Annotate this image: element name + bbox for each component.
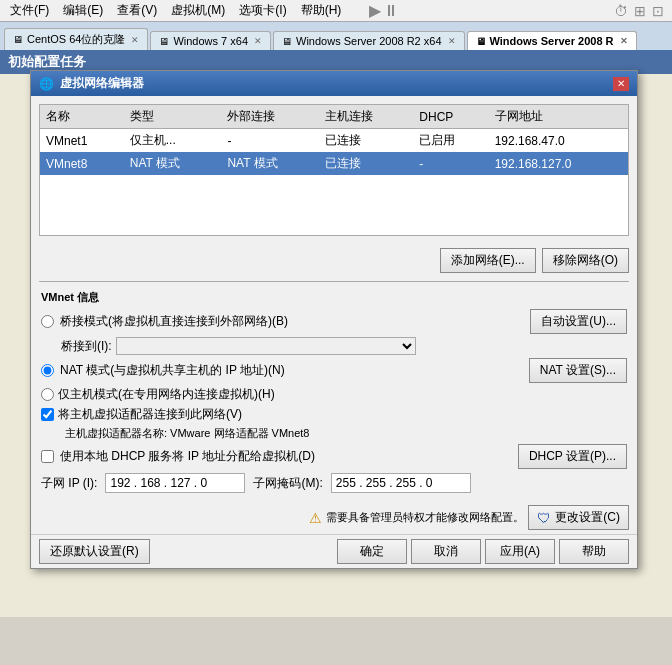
vmnet1-ext: - bbox=[221, 129, 319, 153]
play-icon[interactable]: ▶ bbox=[369, 1, 381, 20]
menu-edit[interactable]: 编辑(E) bbox=[57, 0, 109, 21]
vmnet1-host: 已连接 bbox=[319, 129, 413, 153]
bridge-to-label: 桥接到(I): bbox=[61, 338, 112, 355]
tab-win7-label: Windows 7 x64 bbox=[173, 35, 248, 47]
menu-bar: 文件(F) 编辑(E) 查看(V) 虚拟机(M) 选项卡(I) 帮助(H) ▶ … bbox=[0, 0, 672, 22]
vmnet8-subnet: 192.168.127.0 bbox=[489, 152, 628, 175]
col-header-name: 名称 bbox=[40, 105, 124, 129]
subnet-ip-input[interactable] bbox=[105, 473, 245, 493]
col-header-subnet: 子网地址 bbox=[489, 105, 628, 129]
tab-win2008[interactable]: 🖥 Windows Server 2008 R ✕ bbox=[467, 31, 637, 50]
more-settings-label: 更改设置(C) bbox=[555, 509, 620, 526]
auto-settings-button[interactable]: 自动设置(U)... bbox=[530, 309, 627, 334]
apply-button[interactable]: 应用(A) bbox=[485, 539, 555, 564]
col-header-type: 类型 bbox=[124, 105, 222, 129]
dhcp-checkbox[interactable] bbox=[41, 450, 54, 463]
shield-icon: 🛡 bbox=[537, 510, 551, 526]
subnet-ip-label: 子网 IP (I): bbox=[41, 475, 97, 492]
tab-win2008-close[interactable]: ✕ bbox=[620, 36, 628, 46]
cancel-button[interactable]: 取消 bbox=[411, 539, 481, 564]
menu-help[interactable]: 帮助(H) bbox=[295, 0, 348, 21]
adapter-name-info: 主机虚拟适配器名称: VMware 网络适配器 VMnet8 bbox=[41, 426, 627, 441]
dhcp-row: 使用本地 DHCP 服务将 IP 地址分配给虚拟机(D) DHCP 设置(P).… bbox=[41, 444, 627, 469]
tabs-bar: 🖥 CentOS 64位的克隆 ✕ 🖥 Windows 7 x64 ✕ 🖥 Wi… bbox=[0, 22, 672, 50]
vm-icon-win7: 🖥 bbox=[159, 36, 169, 47]
vmnet-info-section: VMnet 信息 桥接模式(将虚拟机直接连接到外部网络)(B) 自动设置(U).… bbox=[31, 286, 637, 501]
vm-icon-win2008: 🖥 bbox=[476, 36, 486, 47]
bridge-mode-row: 桥接模式(将虚拟机直接连接到外部网络)(B) 自动设置(U)... bbox=[41, 309, 627, 334]
nat-mode-radio[interactable] bbox=[41, 364, 54, 377]
subnet-row: 子网 IP (I): 子网掩码(M): bbox=[41, 473, 627, 493]
dhcp-settings-button[interactable]: DHCP 设置(P)... bbox=[518, 444, 627, 469]
host-only-mode-row: 仅主机模式(在专用网络内连接虚拟机)(H) bbox=[41, 386, 627, 403]
nat-mode-label: NAT 模式(与虚拟机共享主机的 IP 地址)(N) bbox=[60, 362, 285, 379]
vmnet1-type: 仅主机... bbox=[124, 129, 222, 153]
menu-vm[interactable]: 虚拟机(M) bbox=[165, 0, 231, 21]
vmnet1-dhcp: 已启用 bbox=[413, 129, 488, 153]
tab-win7[interactable]: 🖥 Windows 7 x64 ✕ bbox=[150, 31, 271, 50]
table-row[interactable]: VMnet1 仅主机... - 已连接 已启用 192.168.47.0 bbox=[40, 129, 628, 153]
restore-defaults-button[interactable]: 还原默认设置(R) bbox=[39, 539, 150, 564]
menu-view[interactable]: 查看(V) bbox=[111, 0, 163, 21]
host-only-mode-radio[interactable] bbox=[41, 388, 54, 401]
vmnet8-type: NAT 模式 bbox=[124, 152, 222, 175]
col-header-dhcp: DHCP bbox=[413, 105, 488, 129]
tab-centos-close[interactable]: ✕ bbox=[131, 35, 139, 45]
tab-centos[interactable]: 🖥 CentOS 64位的克隆 ✕ bbox=[4, 28, 148, 50]
vmnet8-ext: NAT 模式 bbox=[221, 152, 319, 175]
network-action-buttons: 添加网络(E)... 移除网络(O) bbox=[31, 244, 637, 277]
virtual-network-editor-dialog: 🌐 虚拟网络编辑器 ✕ 名称 类型 外部连接 主机连接 DHCP 子网地址 bbox=[30, 70, 638, 569]
clock-icon: ⏱ bbox=[614, 3, 628, 19]
tab-win2008r2-label: Windows Server 2008 R2 x64 bbox=[296, 35, 442, 47]
connect-adapter-label: 将主机虚拟适配器连接到此网络(V) bbox=[58, 406, 242, 423]
remove-network-button[interactable]: 移除网络(O) bbox=[542, 248, 629, 273]
pause-icon[interactable]: ⏸ bbox=[383, 2, 399, 20]
nat-mode-row: NAT 模式(与虚拟机共享主机的 IP 地址)(N) NAT 设置(S)... bbox=[41, 358, 627, 383]
tab-win2008r2-close[interactable]: ✕ bbox=[448, 36, 456, 46]
warning-text: 需要具备管理员特权才能修改网络配置。 bbox=[326, 510, 524, 525]
dialog-title: 虚拟网络编辑器 bbox=[60, 75, 144, 92]
tab-win7-close[interactable]: ✕ bbox=[254, 36, 262, 46]
menu-tab[interactable]: 选项卡(I) bbox=[233, 0, 292, 21]
more-settings-button[interactable]: 🛡 更改设置(C) bbox=[528, 505, 629, 530]
dhcp-label: 使用本地 DHCP 服务将 IP 地址分配给虚拟机(D) bbox=[60, 448, 315, 465]
restore-icon[interactable]: ⊞ bbox=[634, 3, 646, 19]
ok-button[interactable]: 确定 bbox=[337, 539, 407, 564]
col-header-ext: 外部连接 bbox=[221, 105, 319, 129]
tab-centos-label: CentOS 64位的克隆 bbox=[27, 32, 125, 47]
subnet-mask-label: 子网掩码(M): bbox=[253, 475, 322, 492]
table-spacer bbox=[40, 175, 628, 235]
bridge-to-row: 桥接到(I): bbox=[41, 337, 627, 355]
warning-row: ⚠ 需要具备管理员特权才能修改网络配置。 🛡 更改设置(C) bbox=[31, 501, 637, 534]
menu-file[interactable]: 文件(F) bbox=[4, 0, 55, 21]
vm-icon: 🖥 bbox=[13, 34, 23, 45]
vmnet1-name: VMnet1 bbox=[40, 129, 124, 153]
bridge-to-select[interactable] bbox=[116, 337, 416, 355]
network-table-container: 名称 类型 外部连接 主机连接 DHCP 子网地址 VMnet1 仅主机... … bbox=[39, 104, 629, 236]
tab-win2008r2[interactable]: 🖥 Windows Server 2008 R2 x64 ✕ bbox=[273, 31, 465, 50]
main-area: 初始配置任务 🌐 虚拟网络编辑器 ✕ 名称 类型 外部连接 主机连接 DHCP bbox=[0, 50, 672, 617]
bridge-mode-radio[interactable] bbox=[41, 315, 54, 328]
window-icon[interactable]: ⊡ bbox=[652, 3, 664, 19]
vmnet1-subnet: 192.168.47.0 bbox=[489, 129, 628, 153]
vm-icon-win2008r2: 🖥 bbox=[282, 36, 292, 47]
table-row[interactable]: VMnet8 NAT 模式 NAT 模式 已连接 - 192.168.127.0 bbox=[40, 152, 628, 175]
vmnet8-name: VMnet8 bbox=[40, 152, 124, 175]
connect-adapter-row: 将主机虚拟适配器连接到此网络(V) bbox=[41, 406, 627, 423]
host-only-mode-label: 仅主机模式(在专用网络内连接虚拟机)(H) bbox=[58, 386, 275, 403]
warning-icon: ⚠ bbox=[309, 510, 322, 526]
vmnet8-host: 已连接 bbox=[319, 152, 413, 175]
tab-win2008-label: Windows Server 2008 R bbox=[490, 35, 614, 47]
vmnet-info-title: VMnet 信息 bbox=[41, 290, 627, 305]
dialog-close-button[interactable]: ✕ bbox=[613, 77, 629, 91]
connect-adapter-checkbox[interactable] bbox=[41, 408, 54, 421]
vmnet8-dhcp: - bbox=[413, 152, 488, 175]
divider-1 bbox=[39, 281, 629, 282]
col-header-host: 主机连接 bbox=[319, 105, 413, 129]
subnet-mask-input[interactable] bbox=[331, 473, 471, 493]
nat-settings-button[interactable]: NAT 设置(S)... bbox=[529, 358, 627, 383]
help-button[interactable]: 帮助 bbox=[559, 539, 629, 564]
add-network-button[interactable]: 添加网络(E)... bbox=[440, 248, 536, 273]
action-row: 还原默认设置(R) 确定 取消 应用(A) 帮助 bbox=[31, 534, 637, 568]
network-icon: 🌐 bbox=[39, 77, 54, 91]
